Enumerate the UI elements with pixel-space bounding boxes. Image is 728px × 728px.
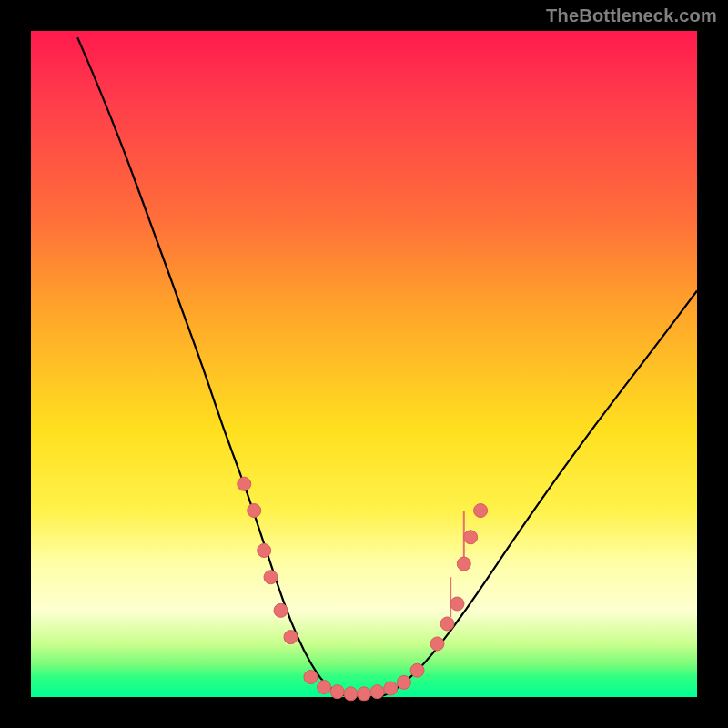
sample-point — [464, 531, 478, 544]
sample-point — [248, 504, 261, 518]
sample-point — [474, 504, 488, 518]
sample-point — [397, 675, 410, 689]
chart-svg — [31, 31, 697, 697]
sample-point — [344, 687, 358, 701]
watermark-text: TheBottleneck.com — [546, 5, 717, 26]
sample-point — [410, 663, 424, 677]
sample-point — [284, 631, 298, 644]
plot-area — [31, 31, 697, 697]
sample-point — [264, 571, 278, 584]
sample-point — [384, 682, 398, 695]
sample-point — [430, 637, 444, 651]
sample-point — [330, 685, 344, 699]
sample-point — [440, 617, 454, 631]
sample-point — [238, 477, 251, 490]
sample-point — [304, 671, 318, 684]
sample-point — [457, 557, 470, 571]
sample-point — [258, 543, 271, 557]
chart-frame: TheBottleneck.com — [0, 0, 728, 728]
bottleneck-curve — [77, 37, 697, 697]
sample-point — [274, 603, 288, 617]
sample-point — [370, 685, 384, 699]
sample-point — [318, 681, 331, 694]
sample-point — [450, 597, 464, 611]
sample-point — [358, 687, 371, 701]
